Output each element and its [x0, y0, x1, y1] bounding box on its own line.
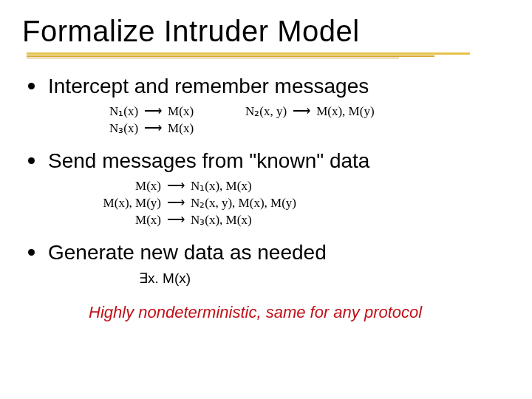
rule-rhs: N₁(x), M(x)	[191, 178, 252, 195]
bullet-dot-icon	[28, 83, 35, 89]
slide: Formalize Intruder Model Intercept and r…	[0, 0, 532, 399]
arrow-icon: ⟶	[161, 212, 191, 229]
rule-rhs: M(x)	[168, 120, 194, 137]
bullet-2-text: Send messages from "known" data	[48, 148, 369, 174]
footer-note: Highly nondeterministic, same for any pr…	[89, 303, 510, 322]
bullet-1-text: Intercept and remember messages	[48, 73, 369, 99]
rule-rhs: M(x)	[168, 103, 194, 120]
rule-lhs: M(x)	[80, 212, 161, 229]
slide-title: Formalize Intruder Model	[22, 15, 510, 48]
exists-rule: ∃x. M(x)	[139, 270, 510, 287]
bullet-list: Intercept and remember messages N₁(x) ⟶ …	[28, 73, 510, 287]
rules-block-2: M(x) ⟶ N₁(x), M(x) M(x), M(y) ⟶ N₂(x, y)…	[80, 178, 510, 229]
bullet-dot-icon	[28, 249, 35, 256]
arrow-icon: ⟶	[287, 103, 316, 120]
rule-lhs: N₂(x, y)	[245, 103, 287, 120]
arrow-icon: ⟶	[138, 103, 168, 120]
rule-lhs: M(x)	[80, 178, 161, 195]
bullet-dot-icon	[28, 157, 35, 164]
bullet-3-text: Generate new data as needed	[48, 239, 327, 265]
rule-rhs: N₂(x, y), M(x), M(y)	[191, 195, 296, 212]
rules-block-1: N₁(x) ⟶ M(x) N₂(x, y) ⟶ M(x), M(y) N₃(x)…	[109, 103, 510, 137]
bullet-3: Generate new data as needed	[28, 239, 510, 265]
rule-rhs: M(x), M(y)	[316, 103, 374, 120]
arrow-icon: ⟶	[161, 195, 191, 212]
arrow-icon: ⟶	[161, 178, 191, 195]
bullet-2: Send messages from "known" data	[28, 148, 510, 174]
arrow-icon: ⟶	[138, 120, 168, 137]
rule-lhs: N₃(x)	[109, 120, 138, 137]
rule-lhs: M(x), M(y)	[80, 195, 161, 212]
bullet-1: Intercept and remember messages	[28, 73, 510, 99]
title-underline	[27, 52, 470, 60]
rule-lhs: N₁(x)	[109, 103, 138, 120]
rule-rhs: N₃(x), M(x)	[191, 212, 252, 229]
